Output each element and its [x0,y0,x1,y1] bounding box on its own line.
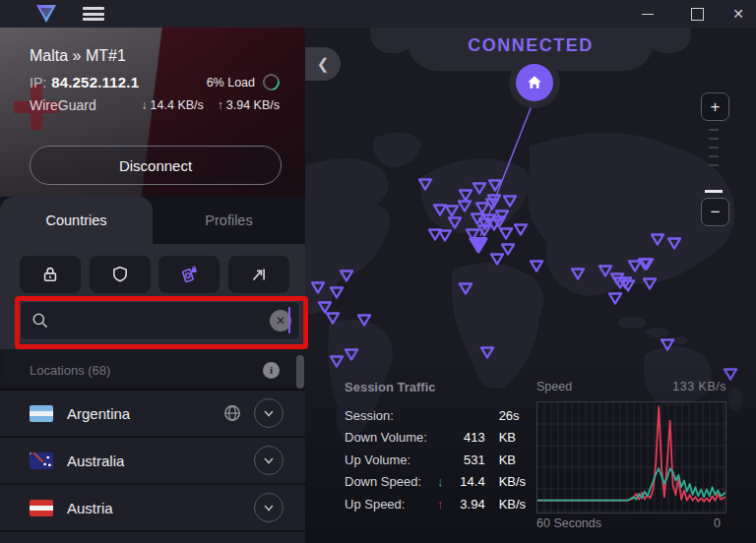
up-arrow-icon: ↑ [432,497,449,512]
filter-streaming-button[interactable] [158,256,220,293]
expand-country-button[interactable] [254,493,284,522]
chevron-down-icon [262,406,276,420]
session-stat-row: Up Speed:↑3.94KB/s [345,493,532,515]
text-caret [288,307,290,333]
window-close-button[interactable]: ✕ [719,0,756,28]
chart-max-label: 133 KB/s [672,380,726,393]
speed-chart: Speed 133 KB/s 60 Seconds 0 [536,380,726,530]
server-pin-icon[interactable] [619,277,637,293]
globe-icon [222,403,242,423]
protocol-label: WireGuard [30,97,96,113]
scrollbar-thumb[interactable] [296,355,304,389]
connection-status: CONNECTED [408,35,654,56]
vpn-app-window: ✕ Malta » MT#1 IP: 84.252.112.1 6% Load … [0,0,756,543]
country-name: Austria [67,500,113,516]
sidebar-collapse-button[interactable]: ❮ [305,47,341,81]
server-pin-icon[interactable] [343,346,360,362]
ip-label: IP: [30,75,46,90]
map-panel: ❮ CONNECTED + − Session Traffic Session:… [305,28,756,543]
connected-location: Malta » MT#1 [30,47,126,65]
flag-at-icon [30,500,53,516]
session-stat-row: Down Speed:↓14.4KB/s [345,471,532,494]
session-stat-row: Up Volume:531KB [345,449,532,471]
chart-x-start-label: 60 Seconds [536,516,601,530]
zoom-slider-tick [709,155,719,157]
server-pin-icon[interactable] [501,193,519,209]
server-load: 6% Load [207,76,255,90]
filter-tor-button[interactable] [228,256,289,293]
titlebar: ✕ [0,0,756,28]
server-pin-icon[interactable] [457,280,474,296]
disconnect-button[interactable]: Disconnect [30,146,282,185]
session-traffic-panel: Session Traffic Session:26sDown Volume:4… [345,380,532,515]
country-name: Australia [67,452,124,469]
server-pin-icon[interactable] [338,268,355,283]
shield-icon [111,266,129,283]
search-input[interactable] [50,313,270,329]
app-logo-icon [35,4,57,24]
flag-au-icon [30,452,53,469]
menu-hamburger-icon[interactable] [83,7,104,21]
header-down-speed: 14.4 KB/s [151,98,204,112]
filter-secure-button[interactable] [20,256,81,293]
filter-shield-button[interactable] [90,256,151,293]
country-row-austria[interactable]: Austria [0,485,305,532]
server-pin-icon[interactable] [436,227,454,243]
country-name: Argentina [67,405,130,422]
tab-countries[interactable]: Countries [0,197,153,244]
home-pin-button[interactable] [516,64,553,101]
window-maximize-button[interactable] [677,0,717,28]
chart-title: Speed [536,380,572,393]
connection-header: Malta » MT#1 IP: 84.252.112.1 6% Load Wi… [0,28,305,197]
server-pin-icon[interactable] [659,336,676,352]
padlock-icon [41,266,59,283]
map-zoom-in-button[interactable]: + [701,92,729,121]
server-pin-icon[interactable] [478,344,496,360]
chart-x-end-label: 0 [714,516,721,530]
tab-strip: Countries Profiles [0,197,305,244]
zoom-slider-tick [709,164,719,166]
server-pin-icon[interactable] [324,310,342,326]
window-minimize-button[interactable] [628,0,667,28]
zoom-slider-tick [709,129,719,131]
zoom-slider-tick [709,147,719,149]
country-row-argentina[interactable]: Argentina [0,391,305,438]
locations-header: Locations (68) i [0,349,305,391]
session-stat-row: Down Volume:413KB [345,427,532,450]
chart-plot-area [536,401,726,513]
session-traffic-title: Session Traffic [345,380,532,394]
zoom-slider-tick [709,138,719,140]
server-pin-icon[interactable] [476,215,494,231]
expand-country-button[interactable] [254,398,284,428]
connected-server-pin-icon[interactable] [467,234,484,250]
smart-location-globe[interactable] [222,403,242,423]
country-list: ArgentinaAustraliaAustria [0,391,305,543]
tab-profiles[interactable]: Profiles [153,197,305,244]
server-pin-icon[interactable] [528,258,545,273]
server-pin-icon[interactable] [355,312,373,328]
server-pin-icon[interactable] [328,284,346,300]
server-pin-icon[interactable] [569,266,587,281]
streaming-lock-icon [179,265,199,284]
locations-count-label: Locations (68) [30,363,110,378]
expand-country-button[interactable] [254,446,284,475]
header-up-speed: 3.94 KB/s [226,98,280,112]
arrow-bar-icon [249,265,269,284]
country-row-australia[interactable]: Australia [0,438,305,485]
search-box: ✕ [20,301,300,340]
down-arrow-icon: ↓ [142,98,148,112]
server-pin-icon[interactable] [488,251,506,267]
down-arrow-icon: ↓ [432,474,449,489]
server-pin-icon[interactable] [649,231,666,247]
info-icon[interactable]: i [263,362,280,379]
server-pin-icon[interactable] [641,275,659,291]
server-pin-icon[interactable] [486,177,504,193]
server-pin-icon[interactable] [416,176,434,192]
load-ring-icon [260,71,284,94]
ip-address: 84.252.112.1 [51,74,139,90]
home-icon [526,74,543,91]
map-zoom-out-button[interactable]: − [701,198,729,226]
server-pin-icon[interactable] [309,279,327,295]
server-pin-icon[interactable] [665,235,683,251]
server-pin-icon[interactable] [638,256,656,272]
